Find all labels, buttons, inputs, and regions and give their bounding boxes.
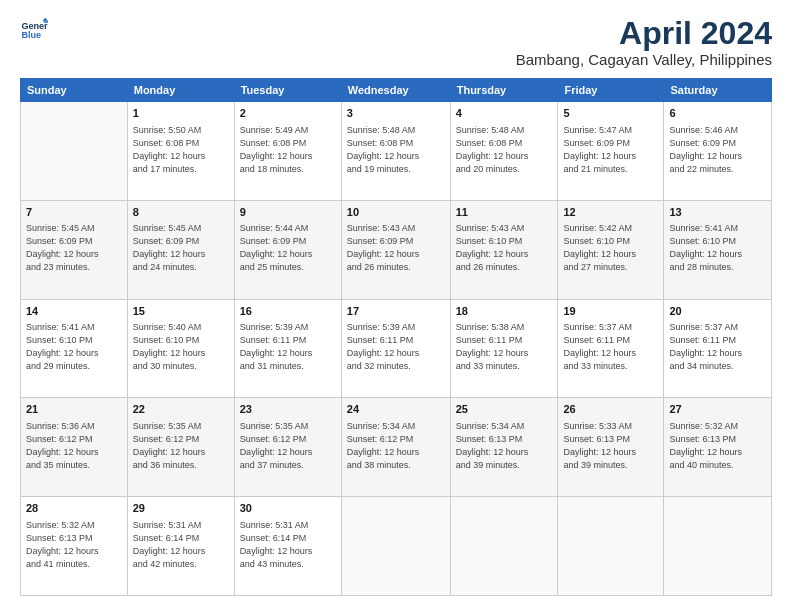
logo: General Blue — [20, 16, 48, 44]
calendar-cell: 14Sunrise: 5:41 AM Sunset: 6:10 PM Dayli… — [21, 299, 128, 398]
day-info: Sunrise: 5:32 AM Sunset: 6:13 PM Dayligh… — [669, 420, 766, 472]
day-info: Sunrise: 5:44 AM Sunset: 6:09 PM Dayligh… — [240, 222, 336, 274]
calendar-cell: 24Sunrise: 5:34 AM Sunset: 6:12 PM Dayli… — [341, 398, 450, 497]
day-number: 14 — [26, 304, 122, 319]
calendar-table: SundayMondayTuesdayWednesdayThursdayFrid… — [20, 78, 772, 596]
subtitle: Bambang, Cagayan Valley, Philippines — [516, 51, 772, 68]
day-number: 11 — [456, 205, 553, 220]
day-number: 2 — [240, 106, 336, 121]
day-info: Sunrise: 5:45 AM Sunset: 6:09 PM Dayligh… — [26, 222, 122, 274]
calendar-cell: 9Sunrise: 5:44 AM Sunset: 6:09 PM Daylig… — [234, 200, 341, 299]
day-info: Sunrise: 5:31 AM Sunset: 6:14 PM Dayligh… — [133, 519, 229, 571]
day-number: 4 — [456, 106, 553, 121]
day-info: Sunrise: 5:41 AM Sunset: 6:10 PM Dayligh… — [26, 321, 122, 373]
day-info: Sunrise: 5:40 AM Sunset: 6:10 PM Dayligh… — [133, 321, 229, 373]
day-info: Sunrise: 5:48 AM Sunset: 6:08 PM Dayligh… — [347, 124, 445, 176]
day-info: Sunrise: 5:32 AM Sunset: 6:13 PM Dayligh… — [26, 519, 122, 571]
calendar-cell: 17Sunrise: 5:39 AM Sunset: 6:11 PM Dayli… — [341, 299, 450, 398]
day-number: 24 — [347, 402, 445, 417]
day-info: Sunrise: 5:31 AM Sunset: 6:14 PM Dayligh… — [240, 519, 336, 571]
calendar-cell: 2Sunrise: 5:49 AM Sunset: 6:08 PM Daylig… — [234, 102, 341, 201]
calendar-cell: 27Sunrise: 5:32 AM Sunset: 6:13 PM Dayli… — [664, 398, 772, 497]
calendar-week-1: 1Sunrise: 5:50 AM Sunset: 6:08 PM Daylig… — [21, 102, 772, 201]
day-number: 27 — [669, 402, 766, 417]
weekday-header-sunday: Sunday — [21, 79, 128, 102]
day-number: 19 — [563, 304, 658, 319]
day-info: Sunrise: 5:45 AM Sunset: 6:09 PM Dayligh… — [133, 222, 229, 274]
weekday-header-saturday: Saturday — [664, 79, 772, 102]
weekday-header-friday: Friday — [558, 79, 664, 102]
day-info: Sunrise: 5:34 AM Sunset: 6:13 PM Dayligh… — [456, 420, 553, 472]
day-info: Sunrise: 5:41 AM Sunset: 6:10 PM Dayligh… — [669, 222, 766, 274]
calendar-cell: 13Sunrise: 5:41 AM Sunset: 6:10 PM Dayli… — [664, 200, 772, 299]
day-number: 21 — [26, 402, 122, 417]
day-number: 28 — [26, 501, 122, 516]
calendar-cell — [341, 497, 450, 596]
day-info: Sunrise: 5:37 AM Sunset: 6:11 PM Dayligh… — [563, 321, 658, 373]
title-block: April 2024 Bambang, Cagayan Valley, Phil… — [516, 16, 772, 68]
day-info: Sunrise: 5:50 AM Sunset: 6:08 PM Dayligh… — [133, 124, 229, 176]
day-number: 26 — [563, 402, 658, 417]
calendar-cell: 23Sunrise: 5:35 AM Sunset: 6:12 PM Dayli… — [234, 398, 341, 497]
day-info: Sunrise: 5:34 AM Sunset: 6:12 PM Dayligh… — [347, 420, 445, 472]
calendar-week-2: 7Sunrise: 5:45 AM Sunset: 6:09 PM Daylig… — [21, 200, 772, 299]
day-info: Sunrise: 5:35 AM Sunset: 6:12 PM Dayligh… — [240, 420, 336, 472]
calendar-cell: 28Sunrise: 5:32 AM Sunset: 6:13 PM Dayli… — [21, 497, 128, 596]
calendar-cell — [21, 102, 128, 201]
day-number: 18 — [456, 304, 553, 319]
day-number: 17 — [347, 304, 445, 319]
page: General Blue April 2024 Bambang, Cagayan… — [0, 0, 792, 612]
svg-text:Blue: Blue — [21, 30, 41, 40]
calendar-cell: 30Sunrise: 5:31 AM Sunset: 6:14 PM Dayli… — [234, 497, 341, 596]
weekday-header-tuesday: Tuesday — [234, 79, 341, 102]
main-title: April 2024 — [516, 16, 772, 51]
day-number: 23 — [240, 402, 336, 417]
day-info: Sunrise: 5:43 AM Sunset: 6:09 PM Dayligh… — [347, 222, 445, 274]
calendar-cell: 25Sunrise: 5:34 AM Sunset: 6:13 PM Dayli… — [450, 398, 558, 497]
day-info: Sunrise: 5:47 AM Sunset: 6:09 PM Dayligh… — [563, 124, 658, 176]
day-number: 22 — [133, 402, 229, 417]
day-number: 16 — [240, 304, 336, 319]
calendar-week-3: 14Sunrise: 5:41 AM Sunset: 6:10 PM Dayli… — [21, 299, 772, 398]
day-number: 29 — [133, 501, 229, 516]
calendar-cell: 4Sunrise: 5:48 AM Sunset: 6:08 PM Daylig… — [450, 102, 558, 201]
calendar-cell: 5Sunrise: 5:47 AM Sunset: 6:09 PM Daylig… — [558, 102, 664, 201]
weekday-header-thursday: Thursday — [450, 79, 558, 102]
generalblue-logo-icon: General Blue — [20, 16, 48, 44]
day-info: Sunrise: 5:37 AM Sunset: 6:11 PM Dayligh… — [669, 321, 766, 373]
calendar-week-5: 28Sunrise: 5:32 AM Sunset: 6:13 PM Dayli… — [21, 497, 772, 596]
calendar-cell: 8Sunrise: 5:45 AM Sunset: 6:09 PM Daylig… — [127, 200, 234, 299]
day-info: Sunrise: 5:42 AM Sunset: 6:10 PM Dayligh… — [563, 222, 658, 274]
weekday-header-wednesday: Wednesday — [341, 79, 450, 102]
calendar-cell — [558, 497, 664, 596]
weekday-header-monday: Monday — [127, 79, 234, 102]
day-number: 15 — [133, 304, 229, 319]
day-info: Sunrise: 5:46 AM Sunset: 6:09 PM Dayligh… — [669, 124, 766, 176]
day-info: Sunrise: 5:38 AM Sunset: 6:11 PM Dayligh… — [456, 321, 553, 373]
day-number: 13 — [669, 205, 766, 220]
day-number: 30 — [240, 501, 336, 516]
day-number: 10 — [347, 205, 445, 220]
day-info: Sunrise: 5:39 AM Sunset: 6:11 PM Dayligh… — [240, 321, 336, 373]
calendar-cell: 15Sunrise: 5:40 AM Sunset: 6:10 PM Dayli… — [127, 299, 234, 398]
calendar-cell: 6Sunrise: 5:46 AM Sunset: 6:09 PM Daylig… — [664, 102, 772, 201]
calendar-cell: 19Sunrise: 5:37 AM Sunset: 6:11 PM Dayli… — [558, 299, 664, 398]
calendar-cell: 12Sunrise: 5:42 AM Sunset: 6:10 PM Dayli… — [558, 200, 664, 299]
day-number: 7 — [26, 205, 122, 220]
calendar-cell: 26Sunrise: 5:33 AM Sunset: 6:13 PM Dayli… — [558, 398, 664, 497]
calendar-week-4: 21Sunrise: 5:36 AM Sunset: 6:12 PM Dayli… — [21, 398, 772, 497]
day-info: Sunrise: 5:43 AM Sunset: 6:10 PM Dayligh… — [456, 222, 553, 274]
calendar-cell: 29Sunrise: 5:31 AM Sunset: 6:14 PM Dayli… — [127, 497, 234, 596]
calendar-cell — [450, 497, 558, 596]
day-number: 8 — [133, 205, 229, 220]
calendar-cell: 3Sunrise: 5:48 AM Sunset: 6:08 PM Daylig… — [341, 102, 450, 201]
day-number: 20 — [669, 304, 766, 319]
calendar-cell: 7Sunrise: 5:45 AM Sunset: 6:09 PM Daylig… — [21, 200, 128, 299]
calendar-cell: 20Sunrise: 5:37 AM Sunset: 6:11 PM Dayli… — [664, 299, 772, 398]
calendar-cell: 22Sunrise: 5:35 AM Sunset: 6:12 PM Dayli… — [127, 398, 234, 497]
calendar-header-row: SundayMondayTuesdayWednesdayThursdayFrid… — [21, 79, 772, 102]
calendar-cell: 1Sunrise: 5:50 AM Sunset: 6:08 PM Daylig… — [127, 102, 234, 201]
day-number: 1 — [133, 106, 229, 121]
day-info: Sunrise: 5:49 AM Sunset: 6:08 PM Dayligh… — [240, 124, 336, 176]
day-info: Sunrise: 5:48 AM Sunset: 6:08 PM Dayligh… — [456, 124, 553, 176]
